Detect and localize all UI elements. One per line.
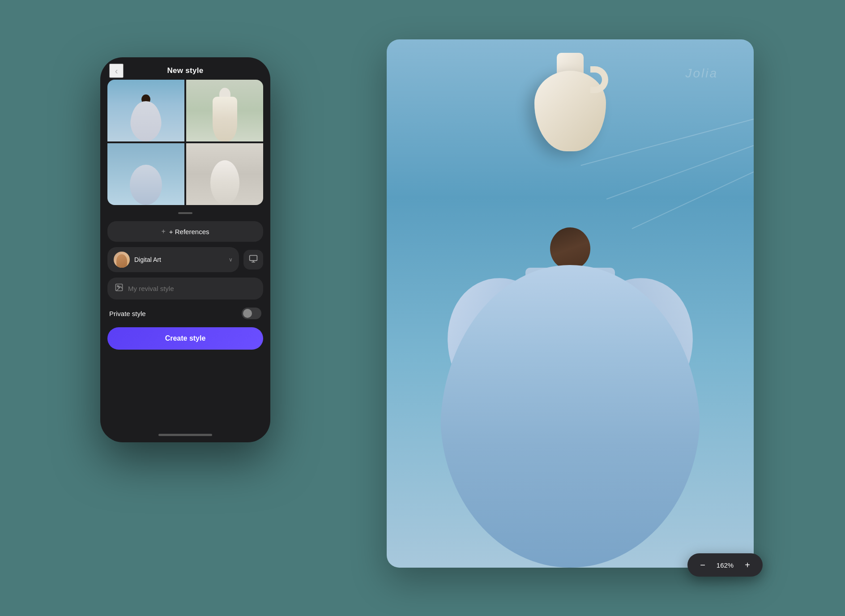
grid-image-3[interactable] [107, 143, 184, 205]
scroll-dot [178, 212, 192, 214]
scroll-indicator [107, 210, 263, 216]
style-name-input[interactable] [128, 285, 256, 292]
zoom-control: − 162% + [687, 553, 763, 577]
watermark-text: Jolia [685, 66, 718, 81]
home-indicator [158, 434, 212, 436]
style-selector-row: Digital Art ∨ [107, 247, 263, 272]
grid-image-1[interactable] [107, 80, 184, 141]
references-label: + References [169, 228, 209, 235]
plus-icon: + [745, 560, 750, 570]
style-name-field [107, 278, 263, 299]
private-style-toggle[interactable] [242, 308, 261, 319]
link-icon [249, 254, 258, 265]
svg-point-4 [117, 286, 119, 287]
minus-icon: − [700, 560, 705, 570]
private-style-row: Private style [107, 305, 263, 322]
grid-image-4[interactable] [186, 143, 263, 205]
back-icon: ‹ [115, 66, 118, 76]
person-head [550, 227, 590, 270]
svg-rect-0 [250, 256, 257, 261]
private-style-label: Private style [109, 310, 146, 317]
style-avatar [114, 252, 130, 268]
main-scene: Jolia ‹ New style [64, 21, 781, 595]
phone-ui: ‹ New style [100, 57, 270, 442]
style-dropdown-label: Digital Art [134, 256, 224, 263]
link-icon-button[interactable] [243, 250, 263, 270]
phone-header: ‹ New style [100, 57, 270, 80]
zoom-out-button[interactable]: − [696, 559, 709, 571]
zoom-in-button[interactable]: + [741, 559, 754, 571]
style-dropdown[interactable]: Digital Art ∨ [107, 247, 239, 272]
create-style-button[interactable]: Create style [107, 327, 263, 350]
avatar-face [116, 254, 127, 268]
toggle-thumb [243, 309, 252, 318]
phone-title: New style [167, 66, 203, 75]
background-card: Jolia [387, 39, 754, 568]
image-upload-icon [115, 283, 124, 294]
fashion-figure [436, 129, 704, 568]
phone-content: + + References Digital Art ∨ [100, 80, 270, 430]
reference-image-grid [107, 80, 263, 205]
back-button[interactable]: ‹ [109, 64, 124, 78]
create-style-label: Create style [165, 334, 206, 342]
phone-home-indicator-area [100, 430, 270, 442]
grid-image-2[interactable] [186, 80, 263, 141]
plus-icon: + [162, 227, 166, 235]
zoom-level-display: 162% [716, 561, 734, 569]
chevron-down-icon: ∨ [229, 257, 233, 263]
references-button[interactable]: + + References [107, 221, 263, 242]
